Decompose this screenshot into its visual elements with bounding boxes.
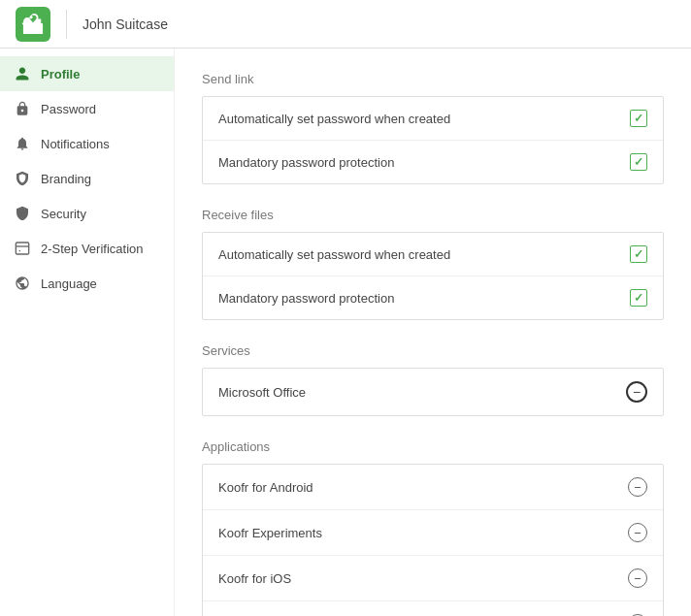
table-row: Mandatory password protection (203, 141, 663, 183)
svg-rect-0 (23, 23, 43, 34)
sidebar-item-profile[interactable]: Profile (0, 56, 174, 91)
settings-content: Send link Automatically set password whe… (175, 49, 691, 616)
sidebar-label-security: Security (41, 207, 86, 221)
applications-title: Applications (202, 439, 664, 454)
services-title: Services (202, 343, 664, 358)
sidebar-item-notifications[interactable]: Notifications (0, 126, 174, 161)
receive-files-title: Receive files (202, 208, 664, 222)
app-header: John Suitcase (0, 0, 691, 49)
app-row2-remove-button[interactable] (628, 523, 647, 542)
sidebar-item-password[interactable]: Password (0, 91, 174, 126)
send-link-title: Send link (202, 72, 664, 86)
branding-icon (14, 170, 31, 187)
send-link-list: Automatically set password when created … (202, 96, 664, 184)
sidebar-label-branding: Branding (41, 172, 91, 186)
table-row: Koofr for iOS (203, 556, 663, 601)
profile-icon (14, 65, 31, 82)
receive-files-row2-checkbox[interactable] (630, 289, 647, 307)
table-row: Automatically set password when created (203, 97, 663, 141)
receive-files-list: Automatically set password when created … (202, 232, 664, 320)
applications-list: Koofr for Android Koofr Experiments Koof… (202, 464, 664, 616)
app-row3-remove-button[interactable] (628, 568, 647, 588)
receive-files-row2-label: Mandatory password protection (218, 291, 394, 306)
app-logo (16, 7, 50, 42)
notifications-icon (14, 135, 31, 152)
sidebar-label-profile: Profile (41, 67, 80, 81)
app-row1-remove-button[interactable] (628, 477, 647, 497)
receive-files-row1-label: Automatically set password when created (218, 247, 450, 262)
table-row: Koofr for Android (203, 465, 663, 510)
app-row1-label: Koofr for Android (218, 480, 313, 495)
receive-files-row1-checkbox[interactable] (630, 245, 647, 263)
sidebar-label-2step: 2-Step Verification (41, 242, 144, 256)
send-link-row2-label: Mandatory password protection (218, 155, 394, 170)
services-row1-remove-button[interactable] (626, 381, 647, 403)
table-row: Koofr for desktop (203, 601, 663, 616)
sidebar-item-branding[interactable]: Branding (0, 161, 174, 196)
applications-section: Applications Koofr for Android Koofr Exp… (202, 439, 664, 616)
security-icon (14, 205, 31, 222)
services-row1-label: Microsoft Office (218, 385, 306, 400)
send-link-row1-label: Automatically set password when created (218, 112, 450, 126)
header-username: John Suitcase (82, 16, 168, 32)
send-link-section: Send link Automatically set password whe… (202, 72, 664, 184)
sidebar-label-language: Language (41, 276, 97, 291)
app-row2-label: Koofr Experiments (218, 526, 322, 540)
main-layout: Profile Password Notifications Branding (0, 49, 691, 616)
sidebar-label-password: Password (41, 102, 96, 116)
send-link-row1-checkbox[interactable] (630, 110, 647, 127)
table-row: Microsoft Office (203, 369, 663, 415)
sidebar: Profile Password Notifications Branding (0, 49, 175, 616)
app-row3-label: Koofr for iOS (218, 571, 291, 586)
receive-files-section: Receive files Automatically set password… (202, 208, 664, 320)
language-icon (14, 275, 31, 292)
sidebar-item-language[interactable]: Language (0, 266, 174, 301)
sidebar-label-notifications: Notifications (41, 137, 110, 151)
table-row: Koofr Experiments (203, 510, 663, 556)
twostep-icon (14, 240, 31, 257)
table-row: Automatically set password when created (203, 233, 663, 276)
sidebar-item-security[interactable]: Security (0, 196, 174, 231)
sidebar-item-2step[interactable]: 2-Step Verification (0, 231, 174, 266)
password-icon (14, 100, 31, 117)
svg-rect-1 (16, 243, 28, 254)
services-list: Microsoft Office (202, 368, 664, 416)
header-divider (66, 10, 67, 39)
table-row: Mandatory password protection (203, 276, 663, 319)
services-section: Services Microsoft Office (202, 343, 664, 416)
send-link-row2-checkbox[interactable] (630, 153, 647, 171)
